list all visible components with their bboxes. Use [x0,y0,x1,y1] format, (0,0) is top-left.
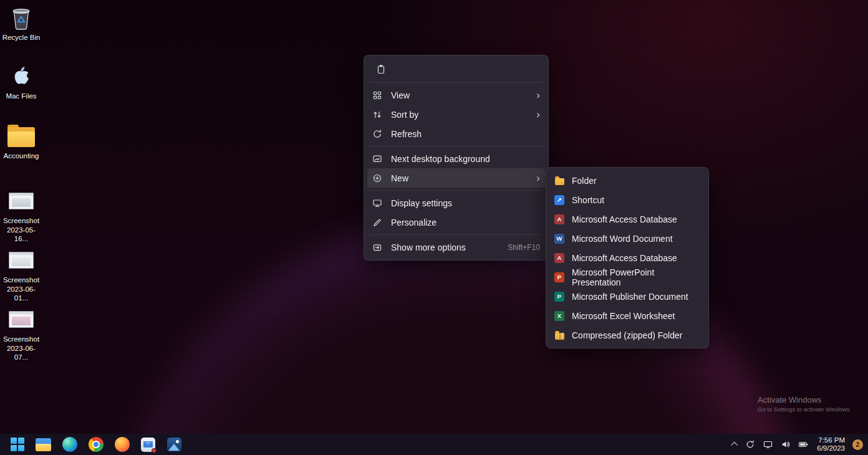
desktop-context-menu: View Sort by Refresh Next d [364,55,549,261]
desktop-icon-mac-files[interactable]: Mac Files [0,62,42,101]
submenu-item-zipped-folder[interactable]: Compressed (zipped) Folder [549,325,705,345]
apple-icon [11,62,32,90]
menu-item-shortcut: Shift+F10 [508,243,540,252]
desktop-icon-accounting[interactable]: Accounting [0,122,42,161]
edge-button[interactable] [57,435,82,454]
menu-separator [370,146,542,146]
tray-time: 7:56 PM [817,436,845,444]
edge-icon [62,437,77,452]
menu-item-label: View [391,90,533,100]
plus-circle-icon [372,173,382,183]
excel-icon: X [554,311,564,321]
chevron-right-icon [533,90,540,100]
submenu-item-powerpoint-presentation[interactable]: P Microsoft PowerPoint Presentation [549,267,705,287]
paintbrush-icon [372,218,382,228]
submenu-item-label: Microsoft Publisher Document [572,292,688,302]
file-explorer-button[interactable] [31,435,55,454]
menu-item-display-settings[interactable]: Display settings [367,193,545,213]
monitor-icon [372,198,382,208]
submenu-item-label: Microsoft Excel Worksheet [572,311,675,321]
network-tray-button[interactable] [760,435,776,454]
submenu-item-label: Shortcut [572,195,604,205]
menu-item-label: Display settings [391,198,540,208]
sync-icon [745,439,755,449]
firefox-button[interactable] [110,435,134,454]
start-icon [11,438,24,451]
desktop-icon-screenshot-3[interactable]: Screenshot 2023-06-07... [0,305,42,362]
menu-item-label: Show more options [391,242,503,252]
wallpaper-icon [372,154,382,164]
photos-app-button[interactable] [162,435,186,454]
word-icon: W [554,234,564,244]
chrome-icon [89,437,104,452]
mail-app-button[interactable] [136,435,160,454]
volume-tray-button[interactable] [778,435,794,454]
taskbar: 7:56 PM 6/9/2023 2 [0,434,868,455]
shortcut-arrow-icon [554,195,564,205]
menu-item-next-desktop-background[interactable]: Next desktop background [367,149,545,168]
chevron-right-icon [533,173,540,183]
sync-tray-button[interactable] [742,435,758,454]
menu-separator [370,190,542,191]
access-icon: A [554,214,564,224]
submenu-item-label: Compressed (zipped) Folder [572,330,682,340]
battery-tray-button[interactable] [795,435,812,454]
menu-item-refresh[interactable]: Refresh [367,124,545,143]
desktop-icon-label: Screenshot 2023-06-07... [0,335,42,362]
submenu-item-label: Microsoft PowerPoint Presentation [572,267,700,287]
notification-dot [152,448,157,453]
submenu-item-access-database[interactable]: A Microsoft Access Database [549,209,705,229]
menu-item-label: Personalize [391,218,540,228]
menu-item-show-more-options[interactable]: Show more options Shift+F10 [367,237,545,257]
paste-icon [376,64,386,74]
desktop-icon-label: Screenshot 2023-06-01... [0,275,42,303]
submenu-item-label: Folder [572,176,597,186]
clock[interactable]: 7:56 PM 6/9/2023 [813,436,849,453]
submenu-item-label: Microsoft Access Database [572,214,677,224]
quick-actions-row [367,59,545,80]
screenshot-thumbnail-icon [9,246,34,274]
recycle-bin-icon [9,4,33,31]
submenu-item-excel-worksheet[interactable]: X Microsoft Excel Worksheet [549,306,705,325]
submenu-item-publisher-document[interactable]: P Microsoft Publisher Document [549,287,705,306]
battery-icon [798,439,809,449]
desktop-icon-recycle-bin[interactable]: Recycle Bin [0,4,42,42]
menu-item-new[interactable]: New [367,168,545,188]
zipped-folder-icon [555,333,564,340]
volume-icon [781,439,791,449]
notification-count-badge[interactable]: 2 [852,439,863,450]
chrome-button[interactable] [84,435,108,454]
start-button[interactable] [5,435,29,454]
publisher-icon: P [554,292,564,302]
powerpoint-icon: P [554,272,564,282]
menu-item-sort-by[interactable]: Sort by [367,105,545,124]
desktop-icon-screenshot-1[interactable]: Screenshot 2023-05-16... [0,187,42,244]
chevron-right-icon [533,109,540,120]
taskbar-apps [0,435,186,454]
more-options-icon [372,242,382,252]
chevron-up-icon [731,442,738,449]
system-tray: 7:56 PM 6/9/2023 2 [730,435,868,454]
view-grid-icon [372,90,382,100]
desktop-icon-label: Recycle Bin [2,33,41,42]
tray-expand-button[interactable] [730,435,741,454]
file-explorer-icon [36,438,51,451]
menu-separator [370,234,542,235]
photos-app-icon [167,438,181,452]
submenu-item-label: Microsoft Word Document [572,234,673,244]
submenu-item-word-document[interactable]: W Microsoft Word Document [549,229,705,248]
submenu-item-folder[interactable]: Folder [549,171,705,190]
desktop-icon-screenshot-2[interactable]: Screenshot 2023-06-01... [0,246,42,303]
menu-item-label: New [391,173,533,183]
submenu-item-access-database-2[interactable]: A Microsoft Access Database [549,248,705,267]
submenu-item-shortcut[interactable]: Shortcut [549,190,705,209]
folder-icon [7,122,35,150]
submenu-item-label: Microsoft Access Database [572,253,677,263]
network-icon [763,439,773,449]
screenshot-thumbnail-icon [9,187,34,214]
new-submenu: Folder Shortcut A Microsoft Access Datab… [546,167,709,348]
menu-item-personalize[interactable]: Personalize [367,213,545,232]
screenshot-thumbnail-icon [9,305,34,333]
menu-item-view[interactable]: View [367,85,545,105]
paste-button[interactable] [371,60,391,79]
